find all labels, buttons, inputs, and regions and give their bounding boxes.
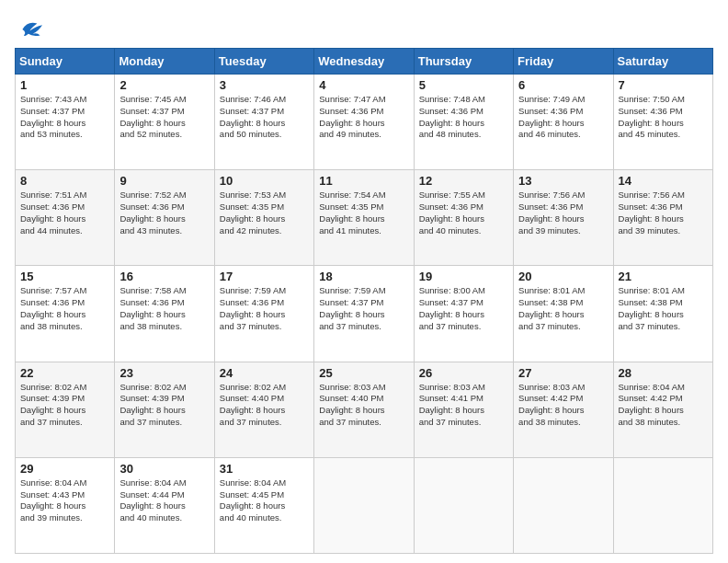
day-number: 6 — [518, 78, 608, 92]
calendar-week-3: 15Sunrise: 7:57 AMSunset: 4:36 PMDayligh… — [16, 266, 713, 362]
day-number: 16 — [119, 270, 209, 283]
cell-info: Sunrise: 7:54 AMSunset: 4:35 PMDaylight:… — [319, 190, 408, 236]
weekday-header-saturday: Saturday — [613, 49, 712, 75]
day-number: 15 — [20, 270, 109, 283]
day-number: 7 — [619, 78, 708, 92]
calendar-cell: 26Sunrise: 8:03 AMSunset: 4:41 PMDayligh… — [414, 362, 513, 457]
cell-info: Sunrise: 7:57 AMSunset: 4:36 PMDaylight:… — [20, 285, 109, 332]
calendar-cell: 24Sunrise: 8:02 AMSunset: 4:40 PMDayligh… — [214, 362, 313, 457]
cell-info: Sunrise: 7:51 AMSunset: 4:36 PMDaylight:… — [20, 190, 109, 236]
cell-info: Sunrise: 7:43 AMSunset: 4:37 PMDaylight:… — [20, 94, 109, 141]
calendar-cell: 10Sunrise: 7:53 AMSunset: 4:35 PMDayligh… — [214, 170, 313, 266]
calendar-cell: 15Sunrise: 7:57 AMSunset: 4:36 PMDayligh… — [16, 266, 115, 362]
day-number: 29 — [20, 462, 109, 476]
cell-info: Sunrise: 8:03 AMSunset: 4:41 PMDaylight:… — [419, 382, 508, 429]
logo-bird-icon — [17, 15, 46, 44]
cell-info: Sunrise: 8:04 AMSunset: 4:44 PMDaylight:… — [119, 477, 209, 524]
cell-info: Sunrise: 7:56 AMSunset: 4:36 PMDaylight:… — [619, 190, 708, 236]
cell-info: Sunrise: 8:00 AMSunset: 4:37 PMDaylight:… — [419, 285, 508, 332]
calendar-cell — [314, 457, 414, 553]
cell-info: Sunrise: 8:04 AMSunset: 4:42 PMDaylight:… — [619, 382, 708, 429]
day-number: 26 — [419, 366, 508, 380]
calendar-cell: 28Sunrise: 8:04 AMSunset: 4:42 PMDayligh… — [613, 362, 712, 457]
calendar-cell: 13Sunrise: 7:56 AMSunset: 4:36 PMDayligh… — [514, 170, 613, 266]
day-number: 5 — [419, 78, 508, 92]
calendar-table: SundayMondayTuesdayWednesdayThursdayFrid… — [15, 48, 713, 554]
calendar-cell: 2Sunrise: 7:45 AMSunset: 4:37 PMDaylight… — [115, 75, 214, 170]
calendar-cell: 31Sunrise: 8:04 AMSunset: 4:45 PMDayligh… — [214, 457, 313, 553]
weekday-header-monday: Monday — [115, 49, 214, 75]
calendar-cell: 3Sunrise: 7:46 AMSunset: 4:37 PMDaylight… — [214, 75, 313, 170]
day-number: 18 — [319, 270, 408, 283]
day-number: 4 — [319, 78, 408, 92]
day-number: 19 — [419, 270, 508, 283]
cell-info: Sunrise: 8:03 AMSunset: 4:40 PMDaylight:… — [319, 382, 408, 429]
calendar-cell: 17Sunrise: 7:59 AMSunset: 4:36 PMDayligh… — [214, 266, 313, 362]
calendar-cell: 22Sunrise: 8:02 AMSunset: 4:39 PMDayligh… — [16, 362, 115, 457]
day-number: 24 — [220, 366, 309, 380]
cell-info: Sunrise: 7:45 AMSunset: 4:37 PMDaylight:… — [119, 94, 209, 141]
cell-info: Sunrise: 8:03 AMSunset: 4:42 PMDaylight:… — [518, 382, 608, 429]
cell-info: Sunrise: 7:58 AMSunset: 4:36 PMDaylight:… — [119, 285, 209, 332]
calendar-cell: 16Sunrise: 7:58 AMSunset: 4:36 PMDayligh… — [115, 266, 214, 362]
calendar-cell: 18Sunrise: 7:59 AMSunset: 4:37 PMDayligh… — [314, 266, 414, 362]
calendar-cell: 8Sunrise: 7:51 AMSunset: 4:36 PMDaylight… — [16, 170, 115, 266]
cell-info: Sunrise: 8:02 AMSunset: 4:39 PMDaylight:… — [20, 382, 109, 429]
cell-info: Sunrise: 7:47 AMSunset: 4:36 PMDaylight:… — [319, 94, 408, 141]
day-number: 17 — [220, 270, 309, 283]
day-number: 12 — [419, 174, 508, 188]
cell-info: Sunrise: 8:02 AMSunset: 4:40 PMDaylight:… — [220, 382, 309, 429]
calendar-cell: 7Sunrise: 7:50 AMSunset: 4:36 PMDaylight… — [613, 75, 712, 170]
calendar-header-row: SundayMondayTuesdayWednesdayThursdayFrid… — [16, 49, 713, 75]
weekday-header-friday: Friday — [514, 49, 613, 75]
calendar-cell: 27Sunrise: 8:03 AMSunset: 4:42 PMDayligh… — [514, 362, 613, 457]
cell-info: Sunrise: 7:59 AMSunset: 4:37 PMDaylight:… — [319, 285, 408, 332]
cell-info: Sunrise: 7:59 AMSunset: 4:36 PMDaylight:… — [220, 285, 309, 332]
day-number: 20 — [518, 270, 608, 283]
day-number: 10 — [220, 174, 309, 188]
calendar-cell: 19Sunrise: 8:00 AMSunset: 4:37 PMDayligh… — [414, 266, 513, 362]
cell-info: Sunrise: 7:53 AMSunset: 4:35 PMDaylight:… — [220, 190, 309, 236]
cell-info: Sunrise: 8:04 AMSunset: 4:45 PMDaylight:… — [220, 477, 309, 524]
calendar-cell: 23Sunrise: 8:02 AMSunset: 4:39 PMDayligh… — [115, 362, 214, 457]
cell-info: Sunrise: 7:56 AMSunset: 4:36 PMDaylight:… — [518, 190, 608, 236]
day-number: 9 — [119, 174, 209, 188]
calendar-cell: 30Sunrise: 8:04 AMSunset: 4:44 PMDayligh… — [115, 457, 214, 553]
cell-info: Sunrise: 7:48 AMSunset: 4:36 PMDaylight:… — [419, 94, 508, 141]
cell-info: Sunrise: 7:50 AMSunset: 4:36 PMDaylight:… — [619, 94, 708, 141]
cell-info: Sunrise: 7:46 AMSunset: 4:37 PMDaylight:… — [220, 94, 309, 141]
calendar-week-2: 8Sunrise: 7:51 AMSunset: 4:36 PMDaylight… — [16, 170, 713, 266]
day-number: 30 — [119, 462, 209, 476]
calendar-cell: 9Sunrise: 7:52 AMSunset: 4:36 PMDaylight… — [115, 170, 214, 266]
calendar-cell — [414, 457, 513, 553]
cell-info: Sunrise: 7:55 AMSunset: 4:36 PMDaylight:… — [419, 190, 508, 236]
cell-info: Sunrise: 8:01 AMSunset: 4:38 PMDaylight:… — [518, 285, 608, 332]
day-number: 14 — [619, 174, 708, 188]
day-number: 22 — [20, 366, 109, 380]
day-number: 3 — [220, 78, 309, 92]
weekday-header-wednesday: Wednesday — [314, 49, 414, 75]
day-number: 8 — [20, 174, 109, 188]
cell-info: Sunrise: 7:49 AMSunset: 4:36 PMDaylight:… — [518, 94, 608, 141]
calendar-cell: 20Sunrise: 8:01 AMSunset: 4:38 PMDayligh… — [514, 266, 613, 362]
weekday-header-thursday: Thursday — [414, 49, 513, 75]
header — [15, 15, 713, 39]
day-number: 28 — [619, 366, 708, 380]
calendar-week-5: 29Sunrise: 8:04 AMSunset: 4:43 PMDayligh… — [16, 457, 713, 553]
weekday-header-tuesday: Tuesday — [214, 49, 313, 75]
calendar-cell — [613, 457, 712, 553]
day-number: 27 — [518, 366, 608, 380]
day-number: 25 — [319, 366, 408, 380]
cell-info: Sunrise: 7:52 AMSunset: 4:36 PMDaylight:… — [119, 190, 209, 236]
calendar-cell: 12Sunrise: 7:55 AMSunset: 4:36 PMDayligh… — [414, 170, 513, 266]
weekday-header-sunday: Sunday — [16, 49, 115, 75]
calendar-week-1: 1Sunrise: 7:43 AMSunset: 4:37 PMDaylight… — [16, 75, 713, 170]
day-number: 23 — [119, 366, 209, 380]
calendar-cell: 4Sunrise: 7:47 AMSunset: 4:36 PMDaylight… — [314, 75, 414, 170]
day-number: 13 — [518, 174, 608, 188]
day-number: 11 — [319, 174, 408, 188]
day-number: 31 — [220, 462, 309, 476]
calendar-cell — [514, 457, 613, 553]
cell-info: Sunrise: 8:04 AMSunset: 4:43 PMDaylight:… — [20, 477, 109, 524]
day-number: 1 — [20, 78, 109, 92]
